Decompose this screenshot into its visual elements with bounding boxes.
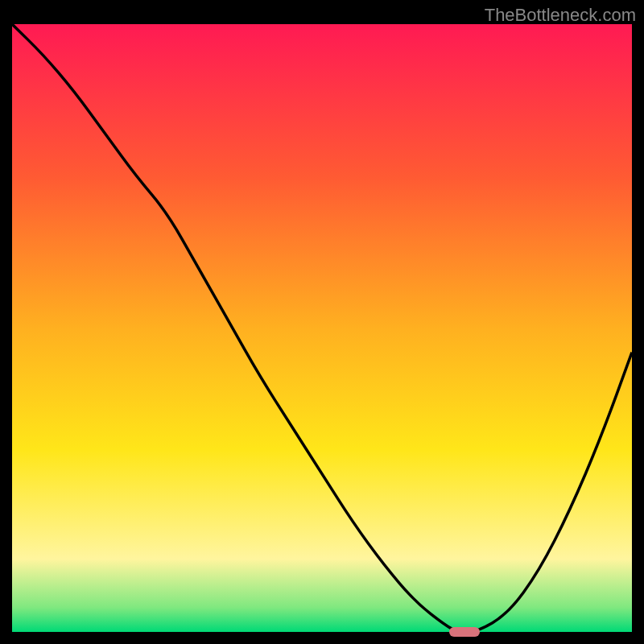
svg-rect-0 bbox=[12, 24, 632, 632]
watermark-text: TheBottleneck.com bbox=[485, 5, 636, 26]
plot-area bbox=[12, 24, 632, 632]
optimal-marker bbox=[449, 627, 481, 636]
gradient-background bbox=[12, 24, 632, 632]
chart-frame bbox=[12, 24, 632, 632]
